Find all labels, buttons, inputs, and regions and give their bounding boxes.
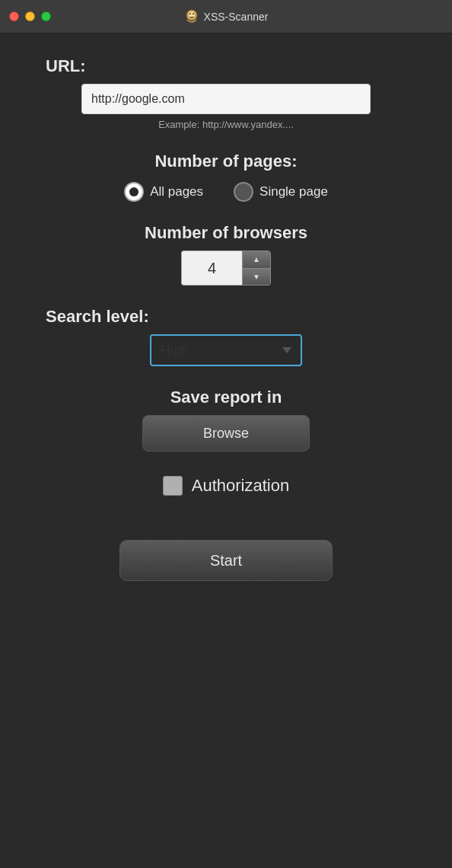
maximize-button[interactable] (41, 11, 51, 21)
main-content: URL: Example: http://www.yandex.... Numb… (0, 34, 452, 868)
svg-point-2 (189, 13, 191, 14)
auth-checkbox[interactable] (163, 476, 183, 496)
radio-all-pages-outer (124, 182, 144, 202)
spinner-buttons: ▲ ▼ (242, 251, 271, 286)
search-level-section: Search level: Low Medium High Very High (46, 307, 406, 366)
save-report-section: Save report in Browse (46, 388, 406, 452)
auth-row: Authorization (163, 476, 289, 496)
radio-single-page-label: Single page (259, 184, 328, 199)
pages-label: Number of pages: (46, 152, 406, 171)
browser-spinner: ▲ ▼ (181, 251, 271, 286)
radio-all-pages[interactable]: All pages (124, 182, 203, 202)
radio-all-pages-label: All pages (150, 184, 203, 199)
pages-radio-group: All pages Single page (124, 182, 328, 202)
window-controls[interactable] (9, 11, 51, 21)
url-input[interactable] (81, 84, 371, 114)
auth-section: Authorization (46, 473, 406, 496)
spinner-up-button[interactable]: ▲ (243, 251, 270, 269)
close-button[interactable] (9, 11, 19, 21)
save-report-label: Save report in (46, 388, 406, 407)
app-icon (184, 9, 199, 24)
pages-section: Number of pages: All pages Single page (46, 152, 406, 202)
start-button[interactable]: Start (119, 540, 333, 581)
svg-point-3 (193, 13, 194, 14)
search-level-select[interactable]: Low Medium High Very High (150, 334, 302, 366)
search-level-select-wrapper: Low Medium High Very High (150, 334, 302, 366)
browsers-label: Number of browsers (46, 223, 406, 243)
url-section: URL: Example: http://www.yandex.... (46, 56, 406, 130)
browser-count-input[interactable] (181, 251, 242, 286)
browsers-section: Number of browsers ▲ ▼ (46, 223, 406, 286)
auth-label: Authorization (192, 476, 289, 496)
radio-single-page[interactable]: Single page (234, 182, 328, 202)
url-example: Example: http://www.yandex.... (158, 119, 294, 130)
radio-all-pages-inner (129, 187, 138, 196)
svg-point-1 (189, 11, 195, 18)
title-bar: XSS-Scanner (0, 0, 452, 34)
spinner-down-button[interactable]: ▼ (243, 269, 270, 286)
app-title: XSS-Scanner (184, 9, 269, 24)
url-label: URL: (46, 56, 406, 76)
radio-single-page-outer (234, 182, 253, 202)
search-level-label: Search level: (46, 307, 406, 327)
browse-button[interactable]: Browse (142, 415, 310, 452)
minimize-button[interactable] (25, 11, 35, 21)
